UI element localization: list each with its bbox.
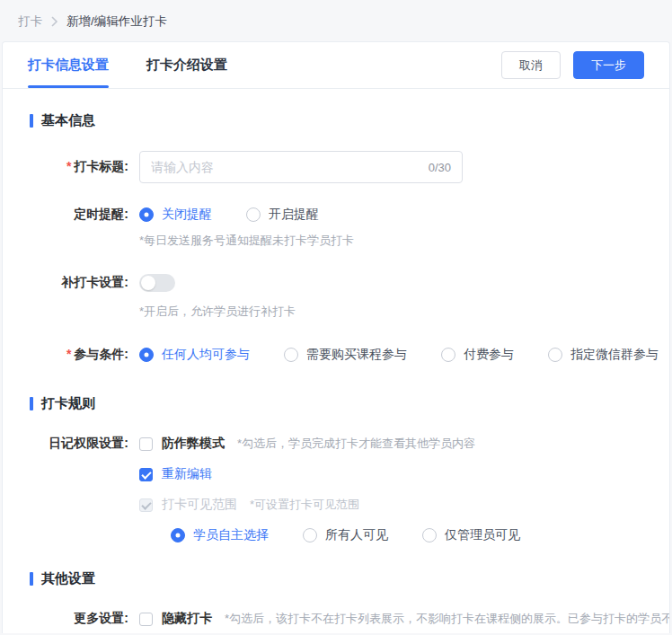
radio-icon [303, 528, 317, 542]
reminder-option-on[interactable]: 开启提醒 [246, 207, 319, 223]
row-more-settings: 更多设置: 隐藏打卡 *勾选后，该打卡不在打卡列表展示，不影响打卡在课程侧的展示… [3, 611, 669, 627]
timed-reminder-label: 定时提醒: [3, 207, 128, 223]
row-join-condition: *参与条件: 任何人均可参与 需要购买课程参与 付费参与 指定微信群参与 [3, 347, 669, 363]
section-title-checkin-rules: 打卡规则 [30, 395, 669, 412]
char-counter: 0/30 [429, 161, 451, 174]
checkbox-icon [139, 613, 153, 626]
radio-label: 关闭提醒 [162, 207, 212, 223]
checkbox-checked-icon [139, 468, 153, 481]
checkbox-label: 打卡可见范围 [162, 497, 237, 513]
row-checkin-title: *打卡标题: 0/30 [3, 151, 669, 183]
join-option-anyone[interactable]: 任何人均可参与 [139, 347, 250, 363]
radio-label: 学员自主选择 [193, 527, 269, 543]
form-content: 基本信息 *打卡标题: 0/30 定时提醒: 关闭提醒 [3, 89, 669, 633]
section-title-other-settings: 其他设置 [30, 570, 669, 587]
radio-selected-icon [139, 348, 154, 362]
section-bar [30, 114, 33, 128]
radio-icon [548, 348, 562, 362]
row-visibility-scope: 打卡可见范围 *可设置打卡可见范围 [139, 497, 669, 513]
radio-label: 指定微信群参与 [570, 347, 659, 363]
visibility-scope-note: *可设置打卡可见范围 [250, 497, 359, 513]
radio-label: 任何人均可参与 [162, 347, 250, 363]
join-condition-label: *参与条件: [3, 347, 128, 363]
checkbox-checked-disabled-icon [139, 498, 153, 512]
radio-icon [284, 348, 298, 362]
re-edit-checkbox[interactable]: 重新编辑 [139, 466, 212, 482]
radio-icon [246, 207, 261, 222]
breadcrumb-parent[interactable]: 打卡 [18, 13, 42, 30]
cancel-button[interactable]: 取消 [501, 51, 561, 79]
row-visibility-options: 学员自主选择 所有人可见 仅管理员可见 [171, 527, 669, 543]
radio-selected-icon [171, 528, 185, 542]
anti-cheat-checkbox[interactable]: 防作弊模式 [139, 436, 225, 452]
section-title-text: 其他设置 [41, 570, 95, 587]
tab-checkin-info-settings[interactable]: 打卡信息设置 [28, 42, 109, 88]
row-makeup-checkin: 补打卡设置: [3, 274, 669, 292]
reminder-option-off[interactable]: 关闭提醒 [139, 207, 212, 223]
radio-selected-icon [139, 207, 154, 222]
section-bar [30, 397, 33, 410]
section-title-text: 基本信息 [41, 112, 95, 129]
row-diary-permission: 日记权限设置: 防作弊模式 *勾选后，学员完成打卡才能查看其他学员内容 [3, 436, 669, 452]
radio-icon [441, 348, 455, 362]
join-option-purchase-course[interactable]: 需要购买课程参与 [284, 347, 407, 363]
timed-reminder-note: *每日发送服务号通知提醒未打卡学员打卡 [139, 233, 669, 249]
diary-permission-label: 日记权限设置: [3, 436, 128, 452]
header-actions: 取消 下一步 [501, 51, 644, 79]
join-option-wechat-group[interactable]: 指定微信群参与 [548, 347, 659, 363]
join-option-paid[interactable]: 付费参与 [441, 347, 514, 363]
hide-checkin-checkbox[interactable]: 隐藏打卡 [139, 611, 212, 627]
radio-icon [422, 528, 437, 542]
checkin-title-label: *打卡标题: [3, 159, 128, 175]
radio-label: 所有人可见 [325, 527, 388, 543]
next-step-button[interactable]: 下一步 [573, 51, 644, 79]
more-settings-label: 更多设置: [3, 611, 128, 627]
row-re-edit: 重新编辑 [139, 466, 669, 482]
main-panel: 打卡信息设置 打卡介绍设置 取消 下一步 基本信息 *打卡标题: 0/30 [2, 41, 670, 633]
breadcrumb-current: 新增/编辑作业打卡 [66, 13, 167, 30]
breadcrumb: 打卡 新增/编辑作业打卡 [0, 0, 672, 41]
toggle-knob [141, 276, 155, 290]
radio-label: 仅管理员可见 [445, 527, 520, 543]
tab-bar: 打卡信息设置 打卡介绍设置 取消 下一步 [3, 42, 669, 89]
breadcrumb-separator-icon [50, 16, 58, 27]
hide-checkin-note: *勾选后，该打卡不在打卡列表展示，不影响打卡在课程侧的展示。已参与打卡的学员不受… [225, 611, 669, 627]
visibility-scope-checkbox: 打卡可见范围 [139, 497, 237, 513]
makeup-checkin-note: *开启后，允许学员进行补打卡 [139, 304, 669, 320]
tab-label: 打卡信息设置 [28, 57, 109, 74]
checkbox-icon [139, 437, 153, 451]
tab-label: 打卡介绍设置 [146, 57, 227, 74]
checkbox-label: 防作弊模式 [162, 436, 225, 452]
visibility-option-everyone[interactable]: 所有人可见 [303, 527, 388, 543]
checkbox-label: 重新编辑 [162, 466, 212, 482]
section-title-basic-info: 基本信息 [30, 112, 669, 129]
checkbox-label: 隐藏打卡 [162, 611, 212, 627]
makeup-toggle[interactable] [139, 274, 175, 292]
checkin-title-input-wrap: 0/30 [139, 151, 463, 183]
radio-label: 开启提醒 [269, 207, 319, 223]
radio-label: 需要购买课程参与 [306, 347, 407, 363]
anti-cheat-note: *勾选后，学员完成打卡才能查看其他学员内容 [237, 436, 475, 452]
section-bar [30, 572, 33, 586]
section-title-text: 打卡规则 [41, 395, 95, 412]
visibility-option-admin-only[interactable]: 仅管理员可见 [422, 527, 520, 543]
radio-label: 付费参与 [464, 347, 514, 363]
required-mark: * [66, 347, 71, 361]
tab-checkin-intro-settings[interactable]: 打卡介绍设置 [146, 42, 227, 88]
checkin-title-input[interactable] [151, 160, 421, 174]
required-mark: * [66, 159, 71, 173]
row-timed-reminder: 定时提醒: 关闭提醒 开启提醒 [3, 207, 669, 223]
visibility-option-student-choice[interactable]: 学员自主选择 [171, 527, 269, 543]
makeup-checkin-label: 补打卡设置: [3, 275, 128, 291]
